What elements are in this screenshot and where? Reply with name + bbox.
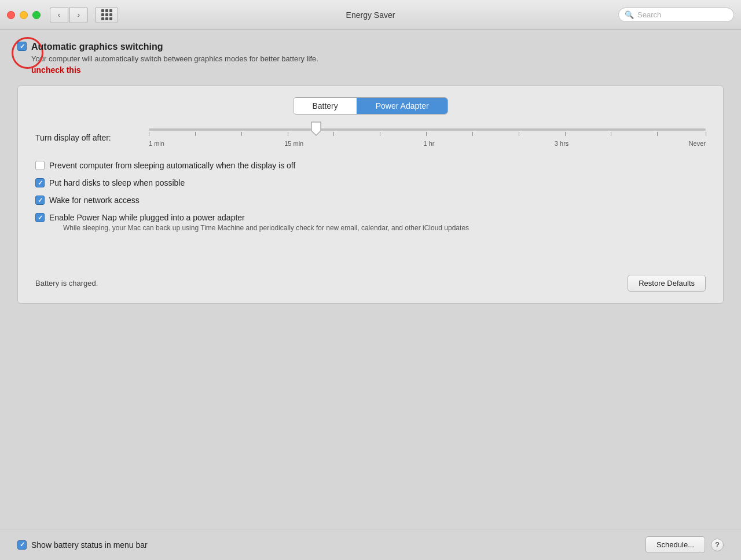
search-box[interactable]: 🔍 Search <box>618 8 734 22</box>
back-button[interactable]: ‹ <box>50 7 68 23</box>
titlebar: ‹ › Energy Saver 🔍 Search <box>0 0 741 30</box>
tab-row: Battery Power Adapter <box>35 97 706 115</box>
show-battery-row: Show battery status in menu bar <box>17 540 148 550</box>
slider-label: Turn display off after: <box>35 133 140 142</box>
window-title: Energy Saver <box>346 10 395 20</box>
help-button[interactable]: ? <box>711 539 724 551</box>
main-content: Automatic graphics switching Your comput… <box>0 30 741 325</box>
search-icon: 🔍 <box>625 10 634 19</box>
prevent-sleep-label: Prevent computer from sleeping automatic… <box>49 161 295 170</box>
wake-network-checkbox[interactable] <box>35 196 45 205</box>
wake-network-label: Wake for network access <box>49 196 140 205</box>
show-battery-label: Show battery status in menu bar <box>31 540 148 550</box>
hard-disks-label: Put hard disks to sleep when possible <box>49 178 185 187</box>
tab-power-adapter[interactable]: Power Adapter <box>357 98 447 114</box>
panel-box: Battery Power Adapter Turn display off a… <box>17 85 724 304</box>
footer-row: Show battery status in menu bar Schedule… <box>0 529 741 560</box>
panel-bottom-row: Battery is charged. Restore Defaults <box>35 269 706 292</box>
tab-group: Battery Power Adapter <box>293 97 447 115</box>
show-battery-checkbox[interactable] <box>17 540 27 550</box>
slider-track <box>149 128 706 131</box>
slider-label-never: Never <box>689 140 706 147</box>
traffic-lights <box>7 11 41 19</box>
auto-graphics-row: Automatic graphics switching <box>17 42 724 52</box>
annotation-text: uncheck this <box>31 65 724 75</box>
power-nap-checkbox[interactable] <box>35 213 45 222</box>
auto-graphics-desc: Your computer will automatically switch … <box>31 54 724 63</box>
auto-graphics-section: Automatic graphics switching Your comput… <box>17 42 724 75</box>
power-nap-label: Enable Power Nap while plugged into a po… <box>49 213 469 222</box>
tick-marks <box>149 132 706 138</box>
minimize-button[interactable] <box>20 11 28 19</box>
footer-right: Schedule... ? <box>645 536 724 553</box>
option-row-hard-disks: Put hard disks to sleep when possible <box>35 178 706 187</box>
tab-battery[interactable]: Battery <box>294 98 356 114</box>
forward-button[interactable]: › <box>69 7 88 23</box>
search-placeholder: Search <box>637 10 661 19</box>
hard-disks-checkbox[interactable] <box>35 178 45 187</box>
grid-view-button[interactable] <box>95 7 118 23</box>
auto-graphics-checkbox[interactable] <box>17 42 27 51</box>
auto-graphics-label: Automatic graphics switching <box>31 42 163 52</box>
slider-labels: 1 min 15 min 1 hr 3 hrs Never <box>149 138 706 147</box>
slider-label-1min: 1 min <box>149 140 164 147</box>
schedule-button[interactable]: Schedule... <box>645 536 705 553</box>
slider-row: Turn display off after: <box>35 128 706 147</box>
prevent-sleep-checkbox[interactable] <box>35 161 45 170</box>
close-button[interactable] <box>7 11 15 19</box>
battery-status: Battery is charged. <box>35 279 98 288</box>
option-row-wake-network: Wake for network access <box>35 196 706 205</box>
nav-buttons: ‹ › <box>50 7 88 23</box>
option-row-power-nap: Enable Power Nap while plugged into a po… <box>35 213 706 232</box>
slider-track-container: 1 min 15 min 1 hr 3 hrs Never <box>149 128 706 147</box>
restore-defaults-button[interactable]: Restore Defaults <box>628 275 706 292</box>
power-nap-sublabel: While sleeping, your Mac can back up usi… <box>63 224 469 232</box>
slider-label-3hrs: 3 hrs <box>555 140 568 147</box>
maximize-button[interactable] <box>32 11 41 19</box>
slider-label-15min: 15 min <box>284 140 303 147</box>
slider-label-1hr: 1 hr <box>424 140 435 147</box>
grid-icon <box>101 9 112 20</box>
option-row-prevent-sleep: Prevent computer from sleeping automatic… <box>35 161 706 170</box>
